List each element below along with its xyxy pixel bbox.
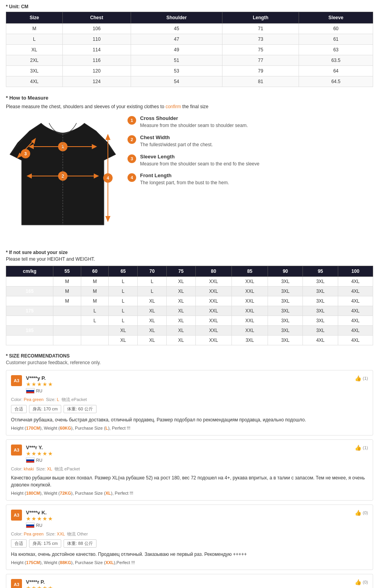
measure-points: 1 Cross Shoulder Measure from the should… [128,115,373,192]
table-cell: 120 [62,66,131,76]
hw-cell: L [109,306,138,316]
flag-icon [26,523,35,528]
table-cell: 63.5 [299,55,373,66]
review-card: A3 V****r P. ★★★★★ RU 👍 (0 [6,574,373,588]
hw-cell: 4XL [338,316,373,326]
size-table: SizeChestShoulderLengthSleeve M106457160… [6,12,373,87]
hw-cell: 4XL [338,296,373,306]
measure-point-1: 1 Cross Shoulder Measure from the should… [128,115,373,129]
hw-cell: 4XL [303,336,338,345]
hw-cell: 4XL [338,326,373,336]
thumb-icon: 👍 [355,510,361,516]
table-cell: 47 [131,34,222,45]
if-not-sure-title: * If not sure about your size [6,250,373,255]
hw-col-header: 70 [138,266,167,277]
hw-cell: XXL [195,316,231,326]
avatar: A3 [11,579,22,588]
hw-cell: 3XL [303,306,338,316]
table-row: 175LLXLXLXXLXXL3XL3XL4XL [6,306,373,316]
point-desc-1: Measure from the shoulder seam to should… [140,122,248,129]
hw-cell: 190 [6,336,53,345]
like-button[interactable]: 👍 (1) [355,445,368,451]
table-cell: 45 [131,24,222,34]
hw-cell: XL [109,326,138,336]
table-cell: 3XL [6,66,63,76]
hw-cell: 175 [6,306,53,316]
unit-note: * Unit: CM [6,4,373,9]
hw-cell: 3XL [303,277,338,287]
hw-col-header: 65 [109,266,138,277]
table-cell: 53 [131,66,222,76]
hw-cell: XXL [195,287,231,296]
hw-cell: XXL [231,287,268,296]
hw-cell: L [109,277,138,287]
hw-col-header: cm/kg [6,266,53,277]
measure-content: 1 2 3 [6,115,373,242]
like-button[interactable]: 👍 (0) [355,510,368,516]
table-cell: 51 [131,55,222,66]
hw-cell: L [138,277,167,287]
measure-desc: Please measure the chest, shoulders and … [6,104,373,109]
table-cell: 60 [299,24,373,34]
hw-col-header: 60 [81,266,109,277]
hw-cell: XXL [195,336,231,345]
like-button[interactable]: 👍 (1) [355,375,368,381]
thumb-icon: 👍 [355,375,361,381]
size-col-header: Size [6,12,63,24]
point-title-2: Chest Width [140,134,213,140]
hw-cell: 165 [6,287,53,296]
hw-cell: 3XL [268,316,303,326]
hw-cell: XL [166,287,195,296]
review-stars: ★★★★★ [26,381,53,387]
hw-cell: XXL [231,316,268,326]
table-row: 160MMLLXLXXLXXL3XL3XL4XL [6,277,373,287]
hw-cell [81,326,109,336]
hw-cell: 3XL [268,306,303,316]
size-col-header: Chest [62,12,131,24]
like-button[interactable]: 👍 (0) [355,579,368,585]
hw-cell: XL [166,326,195,336]
country-name: RU [36,388,42,393]
review-body: Качество рубашки выше всех похвал. Разме… [11,474,368,488]
table-cell: 110 [62,34,131,45]
size-rec-sub: Customer purchase feedback, reference on… [6,360,373,365]
hw-cell: M [81,296,109,306]
hw-cell: M [53,287,81,296]
hw-cell: 4XL [338,287,373,296]
review-tags: 合适身高: 175 cm体重: 88 公斤 [11,539,368,548]
hw-cell: XXL [231,296,268,306]
hw-cell: 3XL [268,336,303,345]
like-count: (1) [363,376,368,381]
hw-cell: M [81,277,109,287]
point-title-4: Front Length [140,172,229,178]
review-card: A3 V***r Y. ★★★★★ RU 👍 (1) [6,439,373,501]
table-cell: 79 [222,66,299,76]
tag: 体重: 88 公斤 [64,539,96,548]
review-tags: 合适身高: 170 cm体重: 60 公斤 [11,405,368,413]
hw-col-header: 75 [166,266,195,277]
table-cell: 116 [62,55,131,66]
like-count: (1) [363,445,368,450]
hw-cell: L [109,296,138,306]
hw-cell: 3XL [231,336,268,345]
hw-cell: 180 [6,316,53,326]
hw-cell: L [109,316,138,326]
hw-cell: M [81,287,109,296]
table-cell: 61 [299,34,373,45]
hw-cell: 3XL [303,326,338,336]
review-footer: Height (175CM), Weight (88KG), Purchase … [11,560,368,565]
hw-cell: L [81,316,109,326]
table-cell: 2XL [6,55,63,66]
measure-point-4: 4 Front Length The longest part, from th… [128,172,373,186]
hw-cell: XL [138,336,167,345]
review-meta: Color: Pea green Size: L 物流 ePacket [11,397,368,403]
hw-col-header: 85 [231,266,268,277]
size-col-header: Length [222,12,299,24]
hw-cell: XXL [231,277,268,287]
review-stars: ★★★★★ [26,450,53,457]
avatar: A3 [11,510,22,521]
hw-cell: 4XL [338,277,373,287]
hw-cell: L [138,287,167,296]
how-to-measure-title: * How to Measure [6,95,373,101]
point-desc-3: Measure from the shoulder seam to the en… [140,161,259,167]
